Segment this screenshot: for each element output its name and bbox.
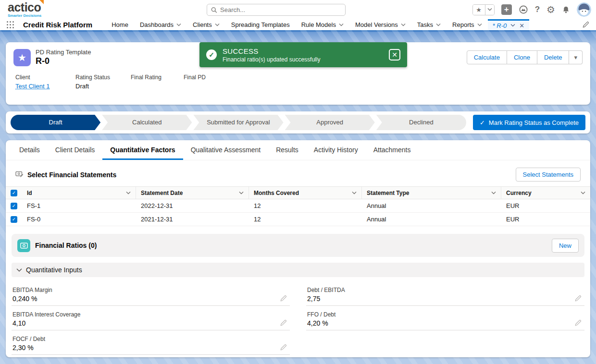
nav-item-model-versions[interactable]: Model Versions xyxy=(349,19,411,30)
workspace-tab-r0[interactable]: * R-0 ✕ xyxy=(488,19,530,30)
field-final-rating: Final Rating xyxy=(131,74,171,90)
global-search[interactable] xyxy=(207,4,346,16)
edit-pencil-icon[interactable] xyxy=(575,319,582,326)
edit-pencil-icon[interactable] xyxy=(575,295,582,302)
field-value xyxy=(131,83,171,90)
workspace-tab-chevron-icon[interactable] xyxy=(510,24,515,27)
edit-nav-pencil-icon[interactable] xyxy=(583,21,589,29)
column-header-statement-date[interactable]: Statement Date xyxy=(136,187,249,199)
tab-qualitative-assessment[interactable]: Qualitative Assessment xyxy=(183,140,269,160)
app-launcher-icon[interactable] xyxy=(7,21,17,29)
nav-chevron-icon xyxy=(176,24,181,26)
nav-item-home[interactable]: Home xyxy=(106,19,134,30)
search-input[interactable] xyxy=(220,6,341,13)
nav-item-clients[interactable]: Clients xyxy=(187,19,225,30)
clone-button[interactable]: Clone xyxy=(507,50,537,64)
nav-item-tasks[interactable]: Tasks xyxy=(411,19,447,30)
workspace-tab-close-icon[interactable]: ✕ xyxy=(519,22,524,29)
select-all-checkbox[interactable]: ✓ xyxy=(11,190,17,196)
app-name: Credit Risk Platform xyxy=(23,21,92,29)
column-header-currency[interactable]: Currency xyxy=(501,187,590,199)
nav-chevron-icon xyxy=(436,24,441,26)
field-value xyxy=(184,83,206,90)
more-actions-button[interactable]: ▾ xyxy=(569,50,583,64)
notifications-bell-icon[interactable] xyxy=(562,5,570,14)
quantitative-inputs-toggle[interactable]: Quantitative Inputs xyxy=(12,263,584,277)
edit-pencil-icon[interactable] xyxy=(280,344,287,351)
app-root: { "colors":{ "accent":"#0176d3","success… xyxy=(0,0,596,364)
nav-item-reports[interactable]: Reports xyxy=(447,19,488,30)
delete-button[interactable]: Delete xyxy=(537,50,570,64)
select-statements-button[interactable]: Select Statements xyxy=(516,168,581,182)
row-checkbox[interactable]: ✓ xyxy=(11,216,17,223)
nav-items: HomeDashboardsClientsSpreading Templates… xyxy=(106,19,487,30)
column-header-months-covered[interactable]: Months Covered xyxy=(249,187,362,199)
nav-item-dashboards[interactable]: Dashboards xyxy=(134,19,187,30)
input-field-debt-ebitda: Debt / EBITDA 2,75 xyxy=(306,287,584,306)
edit-pencil-icon[interactable] xyxy=(280,319,287,326)
cell-statement-type: Annual xyxy=(362,202,501,209)
input-field-label: EBITDA Interest Coverage xyxy=(12,311,277,318)
new-ratio-button[interactable]: New xyxy=(552,239,579,253)
toast-close-icon[interactable]: ✕ xyxy=(389,49,400,61)
path-stage-calculated[interactable]: Calculated xyxy=(102,115,192,130)
nav-item-label: Model Versions xyxy=(355,21,398,28)
success-toast: ✓ SUCCESS Financial ratio(s) updated suc… xyxy=(199,42,407,67)
search-icon xyxy=(211,7,217,13)
tab-details[interactable]: Details xyxy=(12,140,48,160)
statements-section-header: Select Financial Statements Select State… xyxy=(15,168,581,182)
trailhead-icon[interactable] xyxy=(519,5,528,14)
favorites-dropdown-icon[interactable] xyxy=(485,5,494,15)
avatar[interactable] xyxy=(577,2,591,17)
add-icon[interactable]: + xyxy=(501,4,512,15)
field-rating-status: Rating Status Draft xyxy=(75,74,118,90)
field-value: Draft xyxy=(75,83,118,90)
row-checkbox[interactable]: ✓ xyxy=(11,203,17,209)
path-stage-draft[interactable]: Draft xyxy=(11,115,100,130)
tab-client-details[interactable]: Client Details xyxy=(48,140,102,160)
nav-chevron-icon xyxy=(215,24,220,26)
tab-attachments[interactable]: Attachments xyxy=(366,140,419,160)
favorites-star-icon[interactable]: ★ xyxy=(473,5,485,15)
nav-chevron-icon xyxy=(401,24,406,26)
input-field-label: Debt / EBITDA xyxy=(307,287,572,293)
cell-id: FS-1 xyxy=(22,202,136,209)
setup-gear-icon[interactable]: ⚙ xyxy=(546,5,555,14)
column-menu-chevron-icon xyxy=(239,192,244,194)
tab-activity-history[interactable]: Activity History xyxy=(306,140,366,160)
column-menu-chevron-icon xyxy=(352,192,357,194)
column-header-id[interactable]: Id xyxy=(22,187,136,199)
calculate-button[interactable]: Calculate xyxy=(467,50,507,64)
column-header-statement-type[interactable]: Statement Type xyxy=(362,187,501,199)
table-row-fs-1[interactable]: ✓FS-12022-12-3112AnnualEUR xyxy=(6,199,590,213)
field-value[interactable]: Test Client 1 xyxy=(15,83,63,90)
nav-item-spreading-templates[interactable]: Spreading Templates xyxy=(225,19,296,30)
input-field-value: 2,30 % xyxy=(12,344,277,352)
tab-results[interactable]: Results xyxy=(268,140,306,160)
nav-chevron-icon xyxy=(477,24,482,26)
logo-tagline: Smarter Decisions xyxy=(8,14,41,18)
toast-message: Financial ratio(s) updated successfully xyxy=(223,56,320,63)
nav-item-rule-models[interactable]: Rule Models xyxy=(296,19,349,30)
field-label: Final PD xyxy=(184,74,206,81)
cell-id: FS-0 xyxy=(22,216,136,223)
input-field-value: 4,20 % xyxy=(307,319,572,328)
page-content: ★ PD Rating Template R-0 CalculateCloneD… xyxy=(0,30,596,364)
table-row-fs-0[interactable]: ✓FS-02021-12-3112AnnualEUR xyxy=(6,213,590,226)
path-stage-declined[interactable]: Declined xyxy=(376,115,466,130)
field-label: Final Rating xyxy=(131,74,171,81)
tab-quantitative-factors[interactable]: Quantitative Factors xyxy=(102,140,183,160)
nav-item-label: Spreading Templates xyxy=(231,21,290,28)
cell-currency: EUR xyxy=(501,216,590,223)
record-detail-card: DetailsClient DetailsQuantitative Factor… xyxy=(6,140,590,357)
path-stage-approved[interactable]: Approved xyxy=(285,115,375,130)
path-stage-submitted-for-approval[interactable]: Submitted for Approval xyxy=(193,115,283,130)
section-chevron-icon xyxy=(16,268,22,272)
help-icon[interactable]: ? xyxy=(535,5,540,14)
mark-status-complete-button[interactable]: ✓ Mark Rating Status as Complete xyxy=(473,115,585,130)
nav-item-label: Home xyxy=(112,21,128,28)
nav-item-label: Tasks xyxy=(417,21,433,28)
select-statements-icon xyxy=(15,171,24,178)
edit-pencil-icon[interactable] xyxy=(280,295,287,302)
statements-table-header: ✓IdStatement DateMonths CoveredStatement… xyxy=(6,186,590,199)
